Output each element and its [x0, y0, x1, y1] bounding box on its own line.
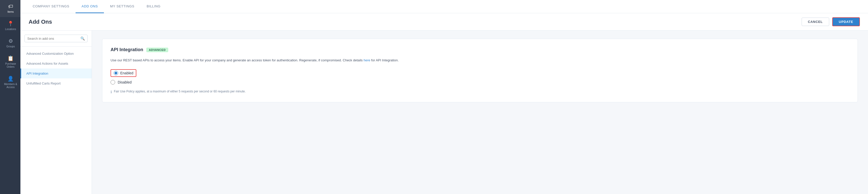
radio-enabled-input[interactable]	[114, 71, 118, 75]
header-actions: CANCEL UPDATE	[802, 17, 860, 26]
sidebar: 🏷 Items 📍 Locations ⚙ Groups 📋 Purchase …	[0, 0, 21, 194]
addon-item-api-integration[interactable]: API Integration	[21, 69, 92, 78]
purchase-orders-icon: 📋	[7, 55, 14, 61]
addon-item-advanced-customization[interactable]: Advanced Customization Option	[21, 49, 92, 59]
addon-item-advanced-actions[interactable]: Advanced Actions for Assets	[21, 59, 92, 69]
sidebar-item-groups[interactable]: ⚙ Groups	[0, 34, 21, 52]
search-icon: 🔍	[81, 36, 85, 40]
enabled-option-box: Enabled	[111, 69, 136, 77]
search-container: 🔍	[21, 31, 92, 47]
tab-company-settings[interactable]: COMPANY SETTINGS	[27, 0, 75, 13]
sidebar-item-items[interactable]: 🏷 Items	[0, 0, 21, 17]
cancel-button[interactable]: CANCEL	[802, 17, 829, 26]
sidebar-item-purchase-orders[interactable]: 📋 Purchase Orders	[0, 52, 21, 72]
fair-use-note: ℹ Fair Use Policy applies, at a maximum …	[111, 90, 849, 94]
sidebar-locations-label: Locations	[5, 28, 16, 31]
sidebar-item-members-access[interactable]: 👤 Members & Access	[0, 72, 21, 92]
info-icon: ℹ	[111, 90, 112, 94]
sidebar-items-label: Items	[7, 10, 13, 13]
radio-disabled[interactable]: Disabled	[111, 80, 849, 84]
tab-billing[interactable]: BILLING	[141, 0, 166, 13]
radio-disabled-input[interactable]	[111, 80, 115, 84]
page-title: Add Ons	[29, 18, 52, 25]
radio-enabled[interactable]: Enabled	[111, 69, 849, 77]
page-header: Add Ons CANCEL UPDATE	[21, 13, 868, 31]
groups-icon: ⚙	[8, 38, 13, 44]
addon-content-card: API Integration ADVANCED Use our REST ba…	[102, 39, 858, 102]
tab-my-settings[interactable]: MY SETTINGS	[104, 0, 141, 13]
members-access-icon: 👤	[7, 76, 14, 82]
sidebar-groups-label: Groups	[6, 45, 15, 48]
sidebar-members-access-label: Members & Access	[2, 83, 20, 89]
addon-description: Use our REST based APIs to access your i…	[111, 57, 849, 63]
right-panel: API Integration ADVANCED Use our REST ba…	[92, 31, 868, 194]
search-input[interactable]	[27, 37, 81, 40]
radio-group: Enabled Disabled	[111, 69, 849, 84]
main-content: COMPANY SETTINGS ADD ONS MY SETTINGS BIL…	[21, 0, 868, 194]
content-area: 🔍 Advanced Customization Option Advanced…	[21, 31, 868, 194]
api-integration-link[interactable]: here	[364, 58, 370, 62]
items-icon: 🏷	[8, 4, 13, 9]
left-panel: 🔍 Advanced Customization Option Advanced…	[21, 31, 92, 194]
sidebar-purchase-orders-label: Purchase Orders	[2, 63, 20, 69]
addon-list: Advanced Customization Option Advanced A…	[21, 47, 92, 90]
advanced-badge: ADVANCED	[146, 48, 168, 52]
addon-content-title: API Integration	[111, 47, 143, 52]
tab-add-ons[interactable]: ADD ONS	[75, 0, 104, 13]
addon-content-header: API Integration ADVANCED	[111, 47, 849, 52]
top-nav: COMPANY SETTINGS ADD ONS MY SETTINGS BIL…	[21, 0, 868, 13]
sidebar-item-locations[interactable]: 📍 Locations	[0, 17, 21, 34]
addon-item-unfulfilled-carts[interactable]: Unfulfilled Carts Report	[21, 78, 92, 88]
search-box: 🔍	[25, 35, 88, 42]
locations-icon: 📍	[7, 21, 14, 27]
update-button[interactable]: UPDATE	[832, 17, 860, 26]
